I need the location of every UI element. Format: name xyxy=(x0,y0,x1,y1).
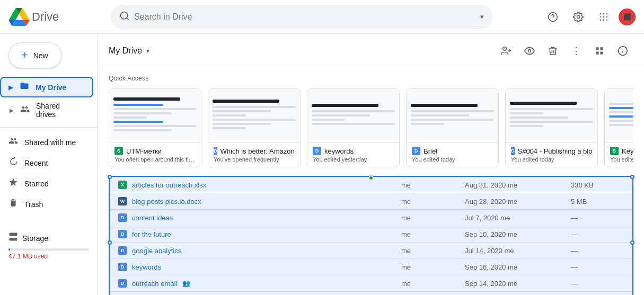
app-title: Drive xyxy=(32,10,59,24)
thumb-lines xyxy=(307,100,399,131)
sidebar-item-label: Starred xyxy=(24,180,49,188)
table-row[interactable]: D google analytics me Jul 14, 2020 me — xyxy=(110,243,632,259)
file-name[interactable]: outreach email xyxy=(132,280,177,288)
card-name: S UTM-метки xyxy=(114,147,196,155)
thumb-lines xyxy=(506,97,597,133)
quick-access-card-3[interactable]: D Brief You edited today xyxy=(406,88,499,167)
trash-icon xyxy=(8,198,18,210)
file-name[interactable]: google analytics xyxy=(132,247,181,255)
drive-logo-icon xyxy=(8,8,30,26)
docs-file-icon: D xyxy=(118,279,127,288)
col-size: 330 KB xyxy=(571,181,624,189)
sheets-icon: S xyxy=(610,147,619,155)
expand-arrow-shared-icon: ▶ xyxy=(10,108,14,113)
col-date: Jul 7, 2020 me xyxy=(465,214,571,222)
file-list-section: X articles for outreach.xlsx me Aug 31, … xyxy=(109,176,633,295)
storage-used-text: 47.1 MB used xyxy=(8,253,89,260)
quick-access-card-5[interactable]: S Keywords for outreach You edited in th… xyxy=(604,88,633,167)
card-name: D Which is better: Amazon S3 o... xyxy=(214,147,295,155)
resize-handle-tl[interactable] xyxy=(108,175,112,179)
table-row[interactable]: D content ideas me Jul 7, 2020 me — xyxy=(110,210,632,226)
col-size: — xyxy=(571,280,624,288)
svg-point-10 xyxy=(606,16,608,17)
col-date: Sep 14, 2020 me xyxy=(465,280,571,288)
search-bar[interactable]: ▾ xyxy=(111,5,492,29)
sidebar-item-shared-drives[interactable]: ▶ Shared drives xyxy=(0,97,89,123)
card-preview xyxy=(307,89,399,142)
card-sub: You've opened frequently xyxy=(214,156,295,163)
docs-icon: D xyxy=(511,147,515,155)
card-name: D Brief xyxy=(412,147,493,155)
search-dropdown-icon[interactable]: ▾ xyxy=(480,13,484,21)
breadcrumb-chevron-icon[interactable]: ▾ xyxy=(146,47,149,55)
table-row[interactable]: D keywords me Sep 16, 2020 me — xyxy=(110,259,632,275)
info-button[interactable] xyxy=(612,40,633,61)
svg-point-9 xyxy=(603,16,605,17)
file-name[interactable]: for the future xyxy=(132,230,171,238)
quick-access-card-1[interactable]: D Which is better: Amazon S3 o... You've… xyxy=(208,88,301,167)
docs-file-icon: D xyxy=(118,246,127,255)
new-button[interactable]: + New xyxy=(8,42,61,68)
card-info: S Keywords for outreach You edited in th… xyxy=(605,142,633,167)
resize-handle-ml[interactable] xyxy=(108,240,112,245)
table-row[interactable]: W blog posts pics.io.docx me Aug 28, 202… xyxy=(110,193,632,210)
file-name[interactable]: articles for outreach.xlsx xyxy=(132,181,206,189)
col-size: — xyxy=(571,263,624,271)
table-row[interactable]: D outreach email 👥 me Sep 14, 2020 me — xyxy=(110,275,632,292)
user-avatar[interactable]: ⬛ xyxy=(619,8,636,25)
plus-icon: + xyxy=(22,49,28,61)
add-person-button[interactable] xyxy=(496,40,517,61)
settings-button[interactable] xyxy=(568,6,589,28)
card-info: D keywords You edited yesterday xyxy=(307,142,399,167)
col-date: Aug 31, 2020 me xyxy=(465,181,571,189)
file-name[interactable]: keywords xyxy=(132,263,161,271)
card-preview xyxy=(208,89,300,142)
card-name: S Keywords for outreach xyxy=(610,147,633,155)
col-size: — xyxy=(571,230,624,238)
quick-access-card-2[interactable]: D keywords You edited yesterday xyxy=(307,88,400,167)
sidebar-item-starred[interactable]: Starred xyxy=(0,173,89,194)
sidebar-item-my-drive[interactable]: ▶ My Drive xyxy=(0,77,93,97)
card-name: D keywords xyxy=(313,147,394,155)
quick-access-section: Quick Access xyxy=(98,66,644,176)
resize-handle-tm[interactable] xyxy=(369,175,373,179)
breadcrumb-title: My Drive xyxy=(109,46,142,56)
file-name[interactable]: content ideas xyxy=(132,214,173,222)
sidebar-item-recent[interactable]: Recent xyxy=(0,153,89,173)
svg-point-6 xyxy=(603,13,605,14)
sidebar-item-shared-with-me[interactable]: Shared with me xyxy=(0,132,89,153)
storage-section: Storage 47.1 MB used xyxy=(0,224,98,269)
thumb-lines xyxy=(605,99,633,132)
thumb-lines xyxy=(109,93,201,138)
card-sub: You edited today xyxy=(412,156,493,163)
file-name-cell: D for the future xyxy=(118,230,401,238)
col-size: — xyxy=(571,214,624,222)
svg-point-5 xyxy=(600,13,602,14)
quick-access-card-0[interactable]: S UTM-метки You often open around this t… xyxy=(109,88,201,167)
sidebar-item-label: Trash xyxy=(24,200,43,209)
sidebar-item-label: Recent xyxy=(24,159,48,167)
search-input[interactable] xyxy=(134,12,476,22)
quick-access-card-4[interactable]: D S#004 - Publishing a blog post You edi… xyxy=(505,88,598,167)
topbar: Drive ▾ xyxy=(0,0,644,34)
docs-icon: D xyxy=(412,147,420,155)
help-button[interactable] xyxy=(542,6,563,28)
docs-icon: D xyxy=(214,147,217,155)
sidebar-item-trash[interactable]: Trash xyxy=(0,194,89,214)
file-name[interactable]: blog posts pics.io.docx xyxy=(132,198,201,205)
resize-handle-mr[interactable] xyxy=(630,240,634,245)
card-info: D Brief You edited today xyxy=(407,142,498,167)
apps-button[interactable] xyxy=(593,6,614,28)
resize-handle-tr[interactable] xyxy=(630,175,634,179)
table-row[interactable]: D texts for social media 👥 me Sep 16, 20… xyxy=(110,292,632,295)
file-name-cell: D outreach email 👥 xyxy=(118,279,401,288)
more-options-button[interactable]: ⋮ xyxy=(566,40,587,61)
docs-file-icon: D xyxy=(118,263,127,271)
preview-button[interactable] xyxy=(519,40,540,61)
col-size: — xyxy=(571,247,624,255)
app: Drive ▾ xyxy=(0,0,644,295)
file-name-cell: D google analytics xyxy=(118,246,401,255)
delete-button[interactable] xyxy=(542,40,563,61)
grid-view-button[interactable] xyxy=(589,40,610,61)
table-row[interactable]: D for the future me Sep 10, 2020 me — xyxy=(110,226,632,243)
